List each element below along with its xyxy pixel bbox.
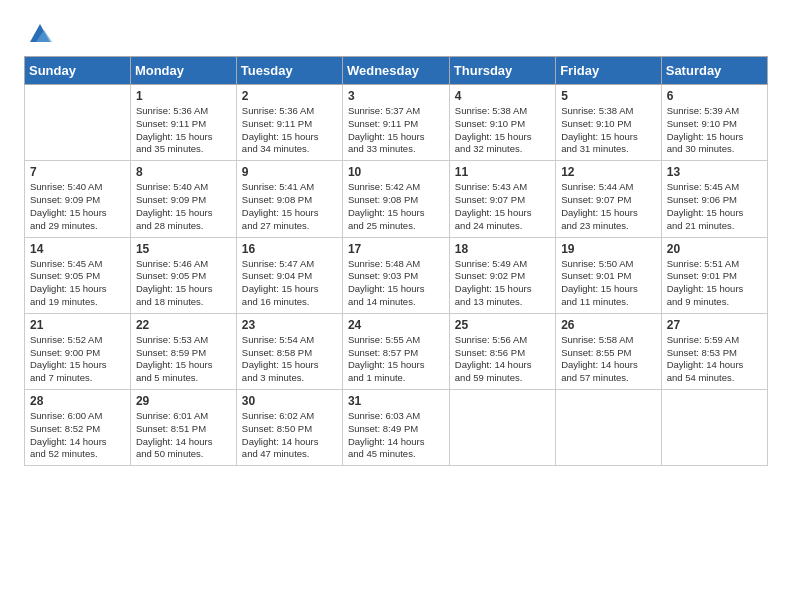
day-info: Sunrise: 6:00 AM Sunset: 8:52 PM Dayligh… [30,410,125,461]
calendar-cell: 25Sunrise: 5:56 AM Sunset: 8:56 PM Dayli… [449,313,555,389]
day-info: Sunrise: 5:56 AM Sunset: 8:56 PM Dayligh… [455,334,550,385]
day-number: 9 [242,165,337,179]
day-info: Sunrise: 5:54 AM Sunset: 8:58 PM Dayligh… [242,334,337,385]
day-number: 21 [30,318,125,332]
day-info: Sunrise: 5:48 AM Sunset: 9:03 PM Dayligh… [348,258,444,309]
header [24,20,768,48]
day-info: Sunrise: 5:38 AM Sunset: 9:10 PM Dayligh… [455,105,550,156]
day-info: Sunrise: 5:44 AM Sunset: 9:07 PM Dayligh… [561,181,656,232]
calendar-cell: 31Sunrise: 6:03 AM Sunset: 8:49 PM Dayli… [342,390,449,466]
calendar-cell: 23Sunrise: 5:54 AM Sunset: 8:58 PM Dayli… [236,313,342,389]
calendar-header-thursday: Thursday [449,57,555,85]
day-info: Sunrise: 6:01 AM Sunset: 8:51 PM Dayligh… [136,410,231,461]
calendar-cell: 5Sunrise: 5:38 AM Sunset: 9:10 PM Daylig… [556,85,662,161]
calendar-cell: 28Sunrise: 6:00 AM Sunset: 8:52 PM Dayli… [25,390,131,466]
day-info: Sunrise: 5:43 AM Sunset: 9:07 PM Dayligh… [455,181,550,232]
logo-icon [26,20,54,48]
day-number: 30 [242,394,337,408]
day-number: 27 [667,318,762,332]
calendar-week-1: 7Sunrise: 5:40 AM Sunset: 9:09 PM Daylig… [25,161,768,237]
day-info: Sunrise: 5:51 AM Sunset: 9:01 PM Dayligh… [667,258,762,309]
calendar-header-friday: Friday [556,57,662,85]
calendar-cell: 10Sunrise: 5:42 AM Sunset: 9:08 PM Dayli… [342,161,449,237]
calendar-cell: 3Sunrise: 5:37 AM Sunset: 9:11 PM Daylig… [342,85,449,161]
calendar-cell: 18Sunrise: 5:49 AM Sunset: 9:02 PM Dayli… [449,237,555,313]
day-number: 13 [667,165,762,179]
calendar-table: SundayMondayTuesdayWednesdayThursdayFrid… [24,56,768,466]
day-info: Sunrise: 5:45 AM Sunset: 9:06 PM Dayligh… [667,181,762,232]
day-number: 16 [242,242,337,256]
calendar-cell [25,85,131,161]
calendar-week-2: 14Sunrise: 5:45 AM Sunset: 9:05 PM Dayli… [25,237,768,313]
day-number: 17 [348,242,444,256]
page: SundayMondayTuesdayWednesdayThursdayFrid… [0,0,792,486]
day-number: 4 [455,89,550,103]
calendar-cell: 26Sunrise: 5:58 AM Sunset: 8:55 PM Dayli… [556,313,662,389]
day-number: 12 [561,165,656,179]
calendar-week-3: 21Sunrise: 5:52 AM Sunset: 9:00 PM Dayli… [25,313,768,389]
day-number: 20 [667,242,762,256]
day-number: 3 [348,89,444,103]
day-number: 15 [136,242,231,256]
day-info: Sunrise: 5:38 AM Sunset: 9:10 PM Dayligh… [561,105,656,156]
calendar-cell: 13Sunrise: 5:45 AM Sunset: 9:06 PM Dayli… [661,161,767,237]
day-info: Sunrise: 5:42 AM Sunset: 9:08 PM Dayligh… [348,181,444,232]
day-number: 25 [455,318,550,332]
calendar-week-4: 28Sunrise: 6:00 AM Sunset: 8:52 PM Dayli… [25,390,768,466]
calendar-cell: 9Sunrise: 5:41 AM Sunset: 9:08 PM Daylig… [236,161,342,237]
day-number: 11 [455,165,550,179]
day-number: 26 [561,318,656,332]
day-info: Sunrise: 5:53 AM Sunset: 8:59 PM Dayligh… [136,334,231,385]
day-number: 24 [348,318,444,332]
day-info: Sunrise: 5:45 AM Sunset: 9:05 PM Dayligh… [30,258,125,309]
calendar-cell: 12Sunrise: 5:44 AM Sunset: 9:07 PM Dayli… [556,161,662,237]
calendar-cell: 30Sunrise: 6:02 AM Sunset: 8:50 PM Dayli… [236,390,342,466]
day-number: 28 [30,394,125,408]
day-number: 29 [136,394,231,408]
day-number: 8 [136,165,231,179]
calendar-cell: 8Sunrise: 5:40 AM Sunset: 9:09 PM Daylig… [130,161,236,237]
day-info: Sunrise: 6:02 AM Sunset: 8:50 PM Dayligh… [242,410,337,461]
calendar-cell: 21Sunrise: 5:52 AM Sunset: 9:00 PM Dayli… [25,313,131,389]
day-info: Sunrise: 5:55 AM Sunset: 8:57 PM Dayligh… [348,334,444,385]
calendar-cell: 11Sunrise: 5:43 AM Sunset: 9:07 PM Dayli… [449,161,555,237]
calendar-cell [556,390,662,466]
day-number: 18 [455,242,550,256]
day-info: Sunrise: 5:50 AM Sunset: 9:01 PM Dayligh… [561,258,656,309]
calendar-cell: 14Sunrise: 5:45 AM Sunset: 9:05 PM Dayli… [25,237,131,313]
calendar-cell: 16Sunrise: 5:47 AM Sunset: 9:04 PM Dayli… [236,237,342,313]
calendar-header-row: SundayMondayTuesdayWednesdayThursdayFrid… [25,57,768,85]
calendar-header-wednesday: Wednesday [342,57,449,85]
calendar-cell: 29Sunrise: 6:01 AM Sunset: 8:51 PM Dayli… [130,390,236,466]
day-info: Sunrise: 5:58 AM Sunset: 8:55 PM Dayligh… [561,334,656,385]
calendar-header-monday: Monday [130,57,236,85]
logo [24,20,54,48]
calendar-cell: 24Sunrise: 5:55 AM Sunset: 8:57 PM Dayli… [342,313,449,389]
day-number: 7 [30,165,125,179]
calendar-cell [449,390,555,466]
day-info: Sunrise: 5:47 AM Sunset: 9:04 PM Dayligh… [242,258,337,309]
day-info: Sunrise: 5:59 AM Sunset: 8:53 PM Dayligh… [667,334,762,385]
day-number: 19 [561,242,656,256]
day-info: Sunrise: 5:40 AM Sunset: 9:09 PM Dayligh… [30,181,125,232]
day-info: Sunrise: 5:36 AM Sunset: 9:11 PM Dayligh… [242,105,337,156]
day-number: 23 [242,318,337,332]
day-number: 2 [242,89,337,103]
calendar-header-saturday: Saturday [661,57,767,85]
day-number: 14 [30,242,125,256]
calendar-cell: 4Sunrise: 5:38 AM Sunset: 9:10 PM Daylig… [449,85,555,161]
calendar-cell: 7Sunrise: 5:40 AM Sunset: 9:09 PM Daylig… [25,161,131,237]
day-number: 6 [667,89,762,103]
calendar-cell [661,390,767,466]
day-number: 31 [348,394,444,408]
day-info: Sunrise: 5:39 AM Sunset: 9:10 PM Dayligh… [667,105,762,156]
calendar-cell: 2Sunrise: 5:36 AM Sunset: 9:11 PM Daylig… [236,85,342,161]
calendar-cell: 27Sunrise: 5:59 AM Sunset: 8:53 PM Dayli… [661,313,767,389]
day-info: Sunrise: 5:40 AM Sunset: 9:09 PM Dayligh… [136,181,231,232]
calendar-cell: 15Sunrise: 5:46 AM Sunset: 9:05 PM Dayli… [130,237,236,313]
day-number: 10 [348,165,444,179]
calendar-cell: 1Sunrise: 5:36 AM Sunset: 9:11 PM Daylig… [130,85,236,161]
calendar-week-0: 1Sunrise: 5:36 AM Sunset: 9:11 PM Daylig… [25,85,768,161]
day-info: Sunrise: 5:49 AM Sunset: 9:02 PM Dayligh… [455,258,550,309]
day-number: 1 [136,89,231,103]
